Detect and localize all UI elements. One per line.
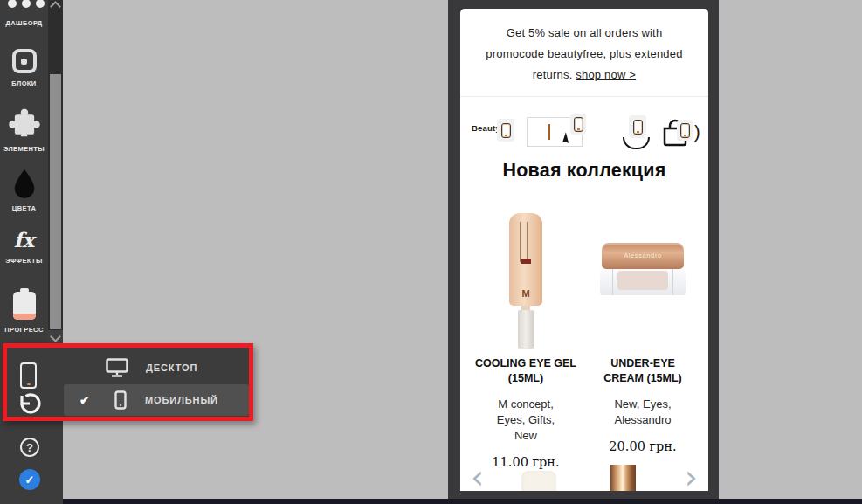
sidebar-item-effects[interactable]: fx ЭФФЕКТЫ xyxy=(0,228,48,265)
battery-icon xyxy=(13,292,36,320)
menu-item-label: МОБИЛЬНЫЙ xyxy=(145,395,218,405)
broken-phone-icon xyxy=(677,120,693,141)
product-title[interactable]: UNDER-EYE CREAM (15ML) xyxy=(590,356,696,386)
account-shoulders-icon xyxy=(623,137,650,149)
mobile-phone-icon xyxy=(114,390,127,410)
product-card[interactable]: M COOLING EYE GEL (15ML) M concept, Eyes… xyxy=(472,201,579,469)
carousel-prev-button[interactable]: ‹ xyxy=(471,459,484,491)
store-logo[interactable]: Beauty xyxy=(472,123,500,133)
color-drop-icon xyxy=(11,169,38,198)
next-product-peek xyxy=(610,465,636,491)
jar-glass xyxy=(600,269,686,295)
sidebar-item-label: БЛОКИ xyxy=(0,79,48,87)
phone-glyph-icon xyxy=(574,117,583,132)
cart-count-paren: ) xyxy=(694,122,700,142)
phone-glyph-icon xyxy=(501,123,511,138)
sidebar-scrollbar-thumb[interactable] xyxy=(50,74,61,329)
device-view-popup: ДЕСКТОП ✔ МОБИЛЬНЫЙ xyxy=(3,343,253,421)
builder-app: Get 5% sale on all orders with promocode… xyxy=(0,0,862,504)
tube-cap xyxy=(518,310,534,349)
desktop-monitor-icon xyxy=(106,358,128,377)
tube-text-line xyxy=(527,222,528,262)
sidebar-item-blocks[interactable]: БЛОКИ xyxy=(0,49,48,87)
product-grid: M COOLING EYE GEL (15ML) M concept, Eyes… xyxy=(460,201,708,469)
product-price: 20.00 грн. xyxy=(590,439,696,453)
confirm-check-button[interactable]: ✓ xyxy=(19,469,40,490)
phone-glyph-icon xyxy=(680,123,690,138)
puzzle-icon xyxy=(8,107,41,138)
collection-heading: Новая коллекция xyxy=(460,160,708,182)
check-icon: ✔ xyxy=(79,393,93,407)
sidebar-item-label: ЦВЕТА xyxy=(0,204,48,212)
carousel-next-button[interactable]: › xyxy=(685,459,698,491)
jar-facet xyxy=(612,269,613,295)
blocks-icon xyxy=(12,49,37,73)
tube-label xyxy=(521,259,531,264)
broken-phone-icon xyxy=(570,114,586,135)
dashboard-dots-icon xyxy=(5,0,47,11)
phone-glyph-icon xyxy=(633,120,643,135)
jar-lid: Alessandro xyxy=(602,243,684,269)
menu-item-mobile-selected[interactable]: ✔ МОБИЛЬНЫЙ xyxy=(64,384,249,416)
text-cursor xyxy=(548,124,550,140)
jar-facet xyxy=(672,269,673,295)
sidebar-item-label: ПРОГРЕСС xyxy=(0,326,48,334)
product-tags: M concept, Eyes, Gifts, New xyxy=(486,397,566,444)
next-product-peek xyxy=(521,471,556,491)
undo-icon[interactable] xyxy=(14,390,42,419)
tube-art: M xyxy=(509,213,542,306)
product-card[interactable]: Alessandro UNDER-EYE CREAM (15ML) New, E… xyxy=(590,201,696,469)
mobile-preview-page: Get 5% sale on all orders with promocode… xyxy=(460,9,708,491)
bottom-bar xyxy=(0,499,862,504)
chevron-down-icon xyxy=(50,331,61,342)
product-tags: New, Eyes, Alessandro xyxy=(603,397,683,428)
sidebar-item-label: ДАШБОРД xyxy=(0,19,48,27)
sidebar-item-label: ЭЛЕМЕНТЫ xyxy=(0,145,48,153)
help-button[interactable]: ? xyxy=(20,438,39,457)
promo-banner: Get 5% sale on all orders with promocode… xyxy=(460,9,708,97)
tube-monogram: M xyxy=(509,288,542,299)
sidebar-item-colors[interactable]: ЦВЕТА xyxy=(0,169,48,212)
product-title[interactable]: COOLING EYE GEL (15ML) xyxy=(472,356,579,386)
sidebar-item-elements[interactable]: ЭЛЕМЕНТЫ xyxy=(0,107,48,153)
product-price: 11.00 грн. xyxy=(472,455,579,469)
broken-phone-icon xyxy=(497,119,514,142)
product-image-tube[interactable]: M xyxy=(472,201,579,351)
tube-text-line xyxy=(520,222,521,262)
menu-item-label: ДЕСКТОП xyxy=(146,362,197,373)
mobile-view-button[interactable] xyxy=(20,362,37,389)
fx-icon: fx xyxy=(0,228,48,252)
account-icon[interactable] xyxy=(629,115,646,138)
jar-brand-label: Alessandro xyxy=(602,243,684,269)
product-image-jar[interactable]: Alessandro xyxy=(590,201,696,351)
menu-item-desktop[interactable]: ДЕСКТОП xyxy=(64,352,249,383)
sidebar-item-label: ЭФФЕКТЫ xyxy=(0,257,48,265)
sidebar-item-dashboard[interactable]: ДАШБОРД xyxy=(0,0,48,27)
shop-now-link[interactable]: shop now > xyxy=(576,68,636,81)
sidebar-item-progress[interactable]: ПРОГРЕСС xyxy=(0,292,48,334)
